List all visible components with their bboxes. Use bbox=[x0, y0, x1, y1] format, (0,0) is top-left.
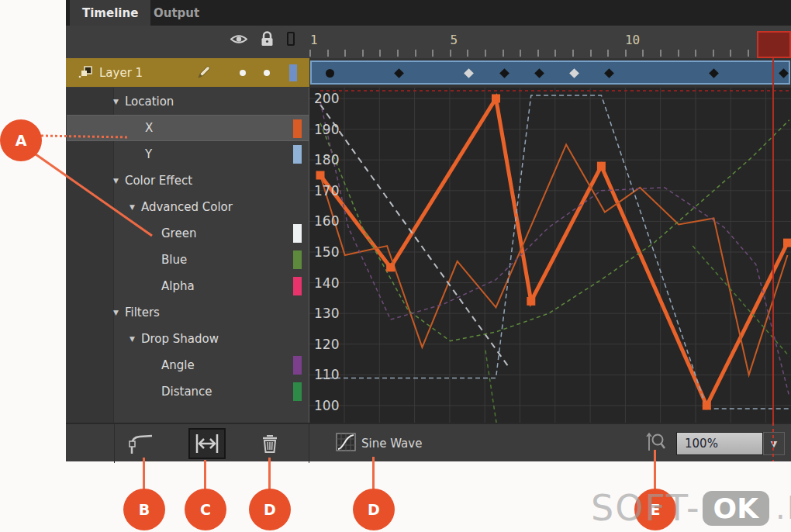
callout-a: A bbox=[0, 119, 42, 161]
callout-d2: D bbox=[353, 489, 395, 530]
watermark-part3: .NET bbox=[775, 490, 791, 526]
watermark: SOFT- OK .NET bbox=[591, 484, 791, 532]
callout-line-d2 bbox=[372, 457, 375, 490]
callout-connectors bbox=[0, 0, 791, 532]
callout-c: C bbox=[185, 489, 226, 530]
watermark-part2: OK bbox=[703, 491, 770, 526]
callout-line-d1 bbox=[268, 458, 271, 490]
callout-b: B bbox=[123, 489, 165, 530]
callout-line-b bbox=[143, 458, 145, 490]
callout-line-c bbox=[204, 460, 206, 490]
callout-d1: D bbox=[249, 489, 291, 530]
watermark-part1: SOFT- bbox=[591, 487, 701, 529]
screenshot-root: Timeline Output 1510 Layer 1 bbox=[0, 0, 791, 532]
